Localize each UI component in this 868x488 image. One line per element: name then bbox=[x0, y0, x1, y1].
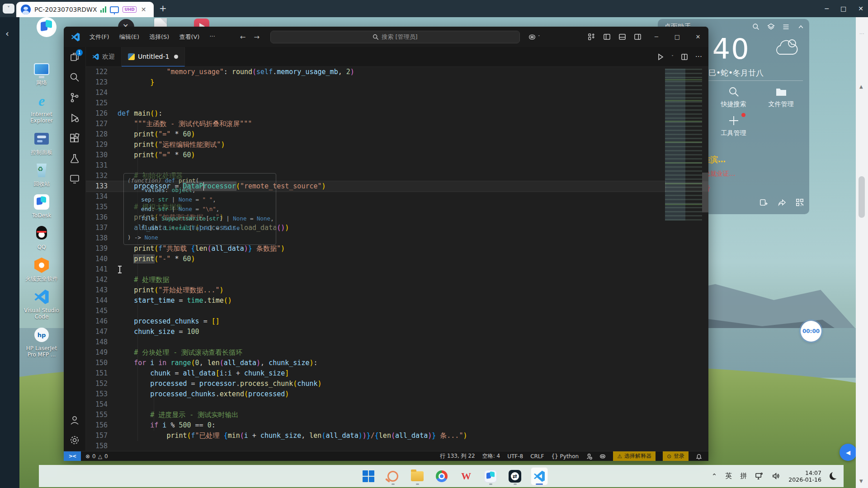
code-line[interactable]: 148 bbox=[86, 337, 708, 347]
accounts-icon[interactable] bbox=[69, 415, 80, 426]
code-line[interactable]: 122 "memory_usage": round(self.memory_us… bbox=[86, 67, 708, 77]
indent-setting[interactable]: 空格: 4 bbox=[482, 452, 500, 460]
qr-code-icon[interactable] bbox=[796, 198, 804, 206]
back-chevron-icon[interactable]: ‹ bbox=[5, 28, 9, 39]
menu-selection[interactable]: 选择(S) bbox=[145, 31, 173, 43]
line-number[interactable]: 126 bbox=[86, 108, 118, 119]
code-line[interactable]: 146 processed_chunks = [] bbox=[86, 316, 708, 327]
code-line[interactable]: 157 print(f"已处理 {min(i + chunk_size, len… bbox=[86, 431, 708, 441]
activitybar-extensions-icon[interactable] bbox=[69, 133, 80, 144]
viewport-scrollbar[interactable]: ⋯ ▲ ▼ bbox=[856, 17, 868, 488]
clock-tray[interactable]: 14:07 2026-01-16 bbox=[788, 469, 821, 483]
line-number[interactable]: 137 bbox=[86, 223, 118, 233]
code-line[interactable]: 141 bbox=[86, 264, 708, 275]
encoding[interactable]: UTF-8 bbox=[507, 453, 523, 460]
line-number[interactable]: 148 bbox=[86, 337, 118, 347]
activitybar-testing-icon[interactable] bbox=[69, 153, 80, 164]
line-number[interactable]: 139 bbox=[86, 244, 118, 254]
menu-icon[interactable] bbox=[782, 23, 790, 31]
code-line[interactable]: 124 bbox=[86, 88, 708, 98]
line-number[interactable]: 141 bbox=[86, 264, 118, 275]
activitybar-source-control-icon[interactable] bbox=[69, 92, 80, 103]
settings-gear-icon[interactable] bbox=[69, 435, 80, 446]
code-line[interactable]: 149 # 分块处理 - 测试滚动查看长循环 bbox=[86, 347, 708, 358]
nav-forward-icon[interactable]: → bbox=[254, 33, 259, 41]
tab-untitled-1[interactable]: Untitled-1 bbox=[122, 47, 185, 66]
editor-more-actions-icon[interactable]: ··· bbox=[695, 52, 702, 61]
activitybar-explorer[interactable]: 1 bbox=[69, 52, 80, 62]
ime-pinyin-indicator[interactable]: 拼 bbox=[740, 472, 747, 480]
code-line[interactable]: 156 if i % 500 == 0: bbox=[86, 420, 708, 431]
scroll-up-icon[interactable]: ▲ bbox=[859, 84, 863, 89]
line-number[interactable]: 158 bbox=[86, 441, 118, 451]
taskbar-search[interactable] bbox=[384, 467, 401, 485]
line-number[interactable]: 145 bbox=[86, 306, 118, 316]
login-badge[interactable]: ⊙ 登录 bbox=[663, 451, 689, 461]
line-number[interactable]: 146 bbox=[86, 316, 118, 327]
desktop-icon-hp-printer[interactable]: hp HP LaserJet Pro MFP ... bbox=[22, 326, 61, 358]
taskbar-vscode-active[interactable] bbox=[531, 467, 548, 485]
code-line[interactable]: 128 print("=" * 60) bbox=[86, 129, 708, 140]
line-number[interactable]: 129 bbox=[86, 140, 118, 150]
code-line[interactable]: 150 for i in range(0, len(all_data), chu… bbox=[86, 358, 708, 368]
minimap[interactable] bbox=[665, 69, 702, 221]
code-line[interactable]: 155 # 进度显示 - 测试实时输出 bbox=[86, 410, 708, 420]
menu-view[interactable]: 查看(V) bbox=[175, 31, 203, 43]
code-line[interactable]: 131 bbox=[86, 160, 708, 171]
desktop-icon-network[interactable]: 网络 bbox=[22, 61, 61, 86]
session-timer-bubble[interactable]: 00:00 bbox=[801, 321, 821, 342]
uhd-quality-badge[interactable]: UHD bbox=[123, 6, 136, 13]
line-number[interactable]: 122 bbox=[86, 67, 118, 77]
collapse-up-icon[interactable] bbox=[797, 23, 805, 31]
line-number[interactable]: 136 bbox=[86, 212, 118, 223]
desktop-icon-vscode[interactable]: Visual Studio Code bbox=[22, 288, 61, 320]
code-line[interactable]: 147 chunk_size = 100 bbox=[86, 327, 708, 337]
shortcut-file-manager[interactable]: 文件管理 bbox=[757, 86, 805, 108]
tray-expand-icon[interactable]: ⌃ bbox=[712, 472, 717, 480]
drag-handle-icon[interactable]: ⋯ bbox=[859, 31, 864, 37]
line-number[interactable]: 147 bbox=[86, 327, 118, 337]
app-maximize-button[interactable]: □ bbox=[840, 5, 846, 12]
desktop-icon-control-panel[interactable]: 控制面板 bbox=[22, 130, 61, 155]
vscode-close-button[interactable]: ✕ bbox=[688, 27, 708, 47]
new-session-button[interactable]: + bbox=[159, 4, 167, 13]
app-close-button[interactable]: ✕ bbox=[858, 5, 863, 12]
code-line[interactable]: 127 """主函数 - 测试代码折叠和滚屏""" bbox=[86, 119, 708, 129]
editor-scrollbar[interactable] bbox=[702, 173, 708, 212]
code-line[interactable]: 158 bbox=[86, 441, 708, 451]
toggle-panel-icon[interactable] bbox=[618, 33, 626, 41]
split-editor-icon[interactable] bbox=[681, 53, 688, 61]
line-number[interactable]: 125 bbox=[86, 98, 118, 108]
code-line[interactable]: 125 bbox=[86, 98, 708, 108]
code-line[interactable]: 142 # 处理数据 bbox=[86, 275, 708, 285]
code-line[interactable]: 153 processed_chunks.extend(processed) bbox=[86, 389, 708, 399]
line-number[interactable]: 152 bbox=[86, 379, 118, 389]
python-status-icon[interactable] bbox=[586, 453, 592, 460]
volume-tray-icon[interactable] bbox=[772, 472, 780, 480]
line-number[interactable]: 143 bbox=[86, 285, 118, 296]
line-number[interactable]: 134 bbox=[86, 192, 118, 202]
line-number[interactable]: 128 bbox=[86, 129, 118, 140]
code-line[interactable]: 143 print("开始处理数据...") bbox=[86, 285, 708, 296]
code-line[interactable]: 139 print(f"共加载 {len(all_data)} 条数据") bbox=[86, 244, 708, 254]
code-editor[interactable]: 122 "memory_usage": round(self.memory_us… bbox=[86, 67, 708, 451]
menu-edit[interactable]: 编辑(E) bbox=[115, 31, 143, 43]
line-number[interactable]: 133 bbox=[86, 181, 118, 192]
code-line[interactable]: 126def main(): bbox=[86, 108, 708, 119]
remote-indicator[interactable]: >< bbox=[64, 451, 81, 461]
code-line[interactable]: 152 processed = processor.process_chunk(… bbox=[86, 379, 708, 389]
line-number[interactable]: 155 bbox=[86, 410, 118, 420]
nav-back-icon[interactable]: ← bbox=[240, 33, 246, 41]
network-tray-icon[interactable] bbox=[755, 472, 764, 480]
line-number[interactable]: 140 bbox=[86, 254, 118, 264]
line-number[interactable]: 127 bbox=[86, 119, 118, 129]
desktop-icon-ie[interactable]: e Internet Explorer bbox=[22, 92, 61, 124]
activitybar-remote-explorer-icon[interactable] bbox=[69, 174, 80, 184]
line-number[interactable]: 124 bbox=[86, 88, 118, 98]
run-python-file-icon[interactable] bbox=[657, 53, 664, 61]
vscode-minimize-button[interactable]: ─ bbox=[646, 27, 667, 47]
code-line[interactable]: 154 bbox=[86, 399, 708, 410]
code-line[interactable]: 133 processor = DataProcessor("remote_te… bbox=[86, 181, 708, 192]
activitybar-run-debug-icon[interactable] bbox=[69, 113, 80, 123]
code-line[interactable]: 140 print("-" * 60) bbox=[86, 254, 708, 264]
